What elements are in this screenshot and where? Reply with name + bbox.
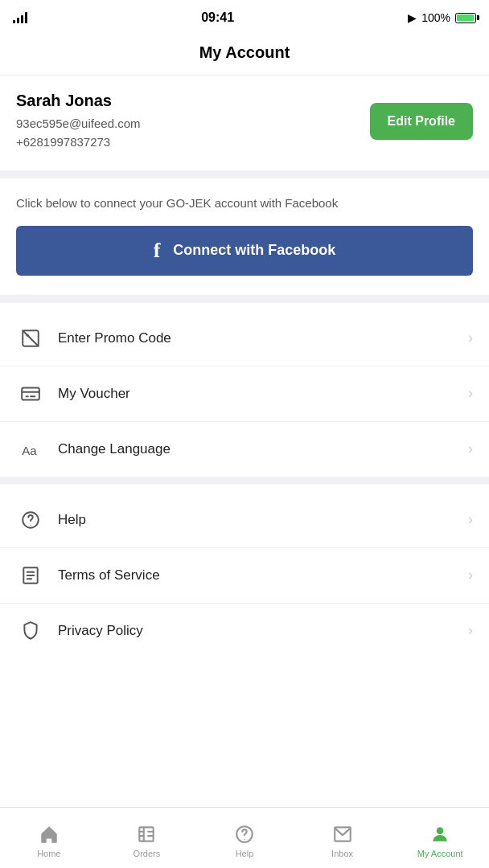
battery-percent: 100%: [421, 11, 450, 24]
svg-text:Aa: Aa: [22, 443, 37, 457]
promo-icon: [16, 324, 45, 353]
voucher-icon: [16, 379, 45, 408]
chevron-right-icon: ›: [468, 511, 473, 528]
menu-item-language[interactable]: Aa Change Language ›: [0, 422, 489, 477]
menu-label-voucher: My Voucher: [58, 386, 468, 402]
menu-item-help[interactable]: Help ›: [0, 493, 489, 548]
battery-icon: [455, 13, 476, 23]
profile-name: Sarah Jonas: [16, 92, 141, 110]
svg-line-2: [23, 330, 39, 346]
edit-profile-button[interactable]: Edit Profile: [370, 103, 473, 140]
menu-item-voucher[interactable]: My Voucher ›: [0, 366, 489, 422]
tab-inbox-label: Inbox: [331, 849, 353, 858]
svg-point-17: [437, 827, 444, 834]
svg-point-9: [30, 524, 31, 525]
chevron-right-icon: ›: [468, 567, 473, 583]
menu-label-privacy: Privacy Policy: [58, 623, 468, 639]
menu-item-promo-code[interactable]: Enter Promo Code ›: [0, 311, 489, 366]
language-icon: Aa: [16, 435, 45, 464]
menu-label-help: Help: [58, 512, 468, 528]
terms-icon: [16, 561, 45, 590]
my-account-icon: [429, 823, 451, 845]
signal-icon: [13, 12, 27, 23]
tab-inbox[interactable]: Inbox: [294, 818, 392, 858]
orders-icon: [135, 823, 158, 845]
profile-email: 93ec595e@uifeed.com: [16, 115, 141, 133]
tab-help[interactable]: Help: [195, 818, 294, 858]
svg-rect-14: [140, 827, 154, 841]
menu-item-privacy[interactable]: Privacy Policy ›: [0, 604, 489, 658]
tab-home[interactable]: Home: [0, 818, 98, 858]
menu-item-terms[interactable]: Terms of Service ›: [0, 548, 489, 604]
chevron-right-icon: ›: [468, 622, 473, 639]
tab-orders[interactable]: Orders: [98, 818, 196, 858]
chevron-right-icon: ›: [468, 440, 473, 457]
inbox-icon: [331, 823, 354, 845]
tab-help-label: Help: [236, 849, 254, 858]
menu-label-terms: Terms of Service: [58, 567, 468, 583]
profile-section: Sarah Jonas 93ec595e@uifeed.com +6281997…: [0, 76, 489, 170]
page-title: My Account: [0, 35, 489, 76]
menu-label-promo-code: Enter Promo Code: [58, 330, 468, 346]
status-bar: 09:41 ▶ 100%: [0, 0, 489, 35]
tab-home-label: Home: [37, 849, 60, 858]
help-icon: [16, 506, 45, 534]
privacy-icon: [16, 616, 45, 645]
chevron-right-icon: ›: [468, 330, 473, 346]
chevron-right-icon: ›: [468, 385, 473, 402]
location-icon: ▶: [408, 11, 417, 24]
facebook-connect-description: Click below to connect your GO-JEK accou…: [16, 194, 473, 213]
status-right: ▶ 100%: [408, 11, 476, 24]
section-divider-2: [0, 295, 489, 303]
svg-rect-3: [22, 387, 39, 399]
menu-label-language: Change Language: [58, 441, 468, 457]
profile-phone: +6281997837273: [16, 133, 141, 152]
section-divider-1: [0, 170, 489, 178]
facebook-button-label: Connect with Facebook: [173, 242, 335, 259]
tab-orders-label: Orders: [134, 849, 161, 858]
menu-section-1: Enter Promo Code › My Voucher › Aa Chang…: [0, 311, 489, 477]
tab-bar: Home Orders Help Inbox: [0, 807, 489, 868]
facebook-connect-button[interactable]: f Connect with Facebook: [16, 226, 473, 276]
svg-point-16: [244, 838, 245, 840]
tab-my-account-label: My Account: [417, 849, 463, 858]
profile-info: Sarah Jonas 93ec595e@uifeed.com +6281997…: [16, 92, 141, 151]
status-time: 09:41: [201, 10, 234, 25]
facebook-icon: f: [154, 239, 161, 263]
tab-help-icon: [233, 823, 256, 845]
menu-section-2: Help › Terms of Service › Privacy Policy…: [0, 493, 489, 658]
facebook-section: Click below to connect your GO-JEK accou…: [0, 178, 489, 295]
tab-my-account[interactable]: My Account: [391, 818, 489, 858]
section-divider-3: [0, 477, 489, 485]
home-icon: [38, 823, 60, 845]
signal-area: [13, 12, 27, 23]
